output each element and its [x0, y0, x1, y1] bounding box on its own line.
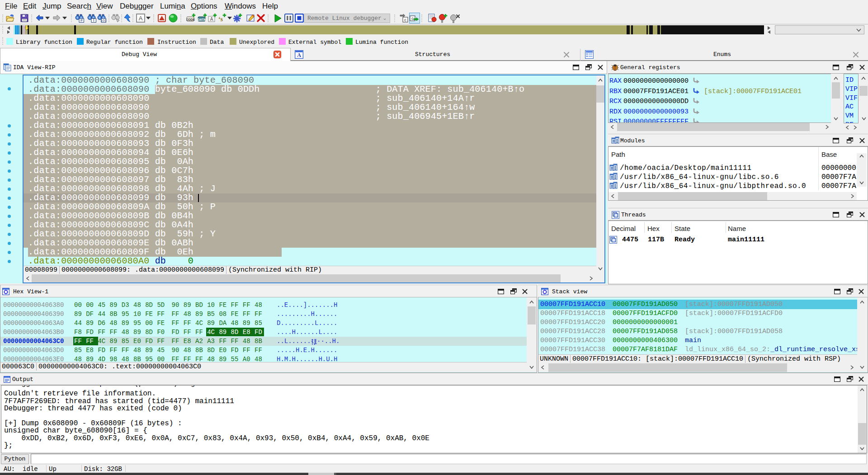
svg-text:A: A	[139, 15, 143, 22]
svg-text:101: 101	[101, 19, 106, 23]
svg-text:CODE: CODE	[186, 18, 195, 21]
svg-text:‘s: ‘s	[218, 16, 223, 23]
svg-text:#: #	[80, 18, 83, 23]
svg-text:c: c	[404, 18, 406, 22]
svg-text:DATA: DATA	[198, 18, 206, 21]
svg-text:A: A	[297, 52, 301, 58]
svg-text:T: T	[92, 18, 95, 23]
svg-text:A: A	[210, 17, 213, 22]
svg-text:c: c	[411, 16, 414, 21]
